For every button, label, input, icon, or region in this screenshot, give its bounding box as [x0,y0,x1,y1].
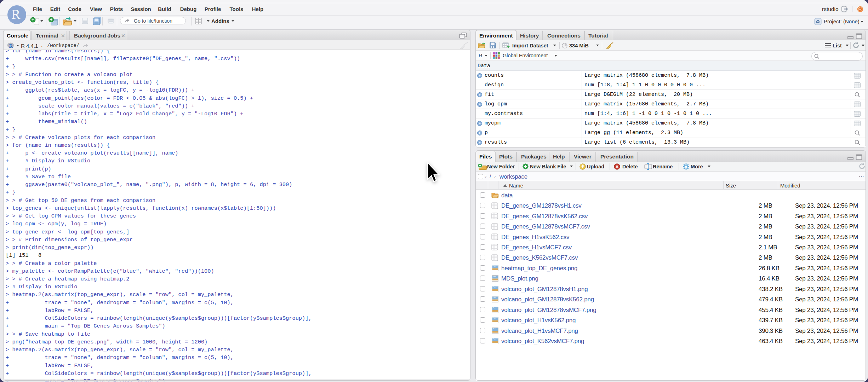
svg-text:R: R [9,43,13,49]
